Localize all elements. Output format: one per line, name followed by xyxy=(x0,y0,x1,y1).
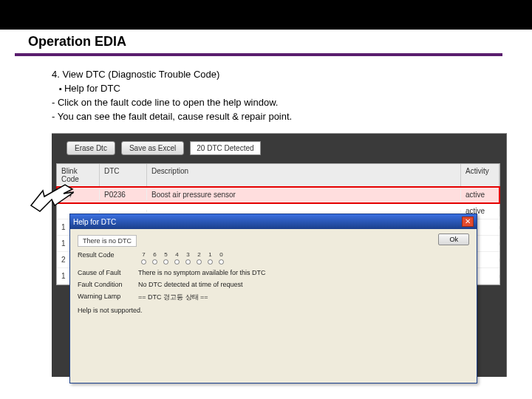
slide-body: 4. View DTC (Diagnostic Trouble Code) He… xyxy=(52,68,292,123)
callout-arrow-icon xyxy=(30,183,74,213)
title-underline xyxy=(15,53,502,56)
cause-label: Cause of Fault xyxy=(78,269,138,276)
help-modal: Help for DTC ✕ Ok There is no DTC Result… xyxy=(69,214,477,383)
dtc-count-box: 20 DTC Detected xyxy=(190,141,260,155)
modal-titlebar[interactable]: Help for DTC ✕ xyxy=(70,214,477,229)
col-desc: Description xyxy=(147,164,461,186)
cond-value: No DTC detected at time of request xyxy=(138,281,469,288)
bit-label: 3 xyxy=(186,251,189,258)
lamp-label: Warning Lamp xyxy=(78,293,138,302)
bit-dot xyxy=(152,259,157,265)
bit-dot xyxy=(174,259,180,265)
modal-body: Ok There is no DTC Result Code 7 6 5 4 3… xyxy=(70,229,477,324)
bit-dot xyxy=(141,259,146,265)
lamp-value: == DTC 경고등 상태 == xyxy=(138,293,469,302)
bit-dot xyxy=(219,259,224,265)
bit-dot xyxy=(163,259,168,265)
svg-marker-0 xyxy=(31,185,74,211)
bit-label: 5 xyxy=(164,251,167,258)
cause-value: There is no symptom available for this D… xyxy=(138,269,469,276)
table-header: Blink Code DTC Description Activity xyxy=(57,164,499,187)
save-excel-button[interactable]: Save as Excel xyxy=(121,141,184,155)
table-row[interactable]: 1.4 P0236 Boost air pressure sensor acti… xyxy=(57,187,499,203)
cond-label: Fault Condition xyxy=(78,281,138,288)
bit-label: 6 xyxy=(153,251,156,258)
col-dtc: DTC xyxy=(100,164,147,186)
bit-label: 2 xyxy=(197,251,200,258)
cell-desc xyxy=(147,210,461,213)
bit-dot xyxy=(185,259,191,265)
note-2: - You can see the fault detail, cause re… xyxy=(52,110,292,124)
close-icon[interactable]: ✕ xyxy=(462,216,474,227)
ok-button[interactable]: Ok xyxy=(438,233,469,245)
erase-dtc-button[interactable]: Erase Dtc xyxy=(66,141,115,155)
bit-label: 1 xyxy=(208,251,211,258)
slide-top-bar xyxy=(0,0,532,30)
step-line: 4. View DTC (Diagnostic Trouble Code) xyxy=(52,68,292,82)
cell-dtc: P0236 xyxy=(100,189,147,200)
col-activity: Activity xyxy=(461,164,499,186)
no-dtc-box: There is no DTC xyxy=(78,235,137,247)
bit-label: 4 xyxy=(175,251,178,258)
sub-line: Help for DTC xyxy=(59,82,292,96)
slide-title: Operation EDIA xyxy=(28,34,126,50)
toolbar: Erase Dtc Save as Excel 20 DTC Detected xyxy=(66,141,261,155)
bit-dot xyxy=(197,259,202,265)
cell-desc: Boost air pressure sensor xyxy=(147,189,461,200)
help-note: Help is not supported. xyxy=(78,307,469,314)
note-1: - Click on the fault code line to open t… xyxy=(52,96,292,110)
modal-title: Help for DTC xyxy=(73,218,462,226)
bit-label: 0 xyxy=(219,251,222,258)
app-window: Erase Dtc Save as Excel 20 DTC Detected … xyxy=(52,133,507,377)
cell-dtc xyxy=(100,210,147,213)
bit-dot xyxy=(208,259,213,265)
bit-label: 7 xyxy=(142,251,145,258)
result-label: Result Code xyxy=(78,251,138,265)
cell-act: active xyxy=(461,189,499,200)
result-bits: 7 6 5 4 3 2 1 0 xyxy=(141,251,224,265)
